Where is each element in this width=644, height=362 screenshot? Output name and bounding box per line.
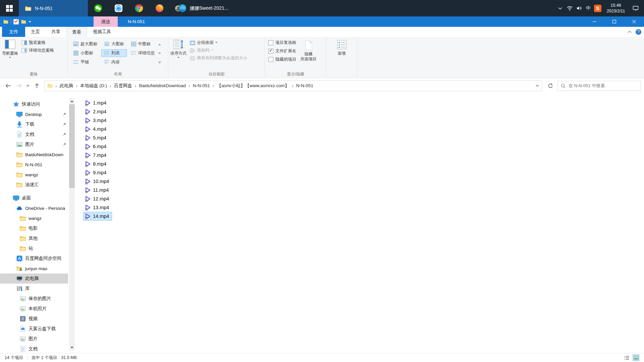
sidebar-item[interactable]: 桌面 [0, 193, 68, 203]
file-item[interactable]: MP411.mp4 [83, 186, 112, 194]
file-item[interactable]: MP44.mp4 [83, 125, 109, 133]
file-item[interactable]: MP412.mp4 [83, 194, 112, 203]
layout-view-button[interactable]: 列表 [101, 49, 127, 57]
file-item[interactable]: MP48.mp4 [83, 160, 109, 168]
ribbon-tab[interactable]: 视频工具 [87, 27, 117, 37]
ime-indicator[interactable]: 中 [584, 5, 593, 11]
file-item[interactable]: MP43.mp4 [83, 116, 109, 125]
minimize-button[interactable] [585, 16, 604, 27]
sidebar-item[interactable]: junjun mao [0, 263, 68, 274]
sidebar-item[interactable]: 本机照片 [0, 304, 68, 314]
file-item[interactable]: MP49.mp4 [83, 168, 109, 177]
properties-check-icon[interactable] [13, 19, 19, 24]
details-pane-button[interactable]: 详细信息窗格 [21, 48, 54, 53]
layout-view-button[interactable]: 超大图标 [70, 40, 100, 48]
help-icon[interactable]: ? [636, 29, 641, 35]
address-dropdown-icon[interactable] [533, 84, 539, 87]
size-columns-button[interactable]: 将所有列调整为合适的大小 [190, 55, 247, 61]
breadcrumb-item[interactable]: ›N-N-051 [289, 83, 313, 89]
taskbar-app[interactable] [129, 0, 149, 16]
layout-view-button[interactable]: 中图标 [128, 40, 158, 48]
show-hide-checkbox[interactable]: 隐藏的项目 [268, 57, 297, 62]
ribbon-tab[interactable]: 共享 [46, 27, 66, 37]
sidebar-item[interactable]: 文档 [0, 344, 68, 353]
scroll-down-icon[interactable] [158, 52, 161, 54]
breadcrumb-item[interactable]: ›【asmr小站】【www.asmrxz.com】 [210, 83, 289, 89]
more-views-icon[interactable] [158, 61, 161, 64]
scrollbar-down-icon[interactable] [69, 345, 75, 350]
taskbar-app[interactable] [108, 0, 129, 16]
collapse-ribbon-icon[interactable] [628, 31, 632, 33]
tab-file[interactable]: 文件 [2, 27, 25, 37]
start-button[interactable] [0, 0, 19, 16]
scrollbar-up-icon[interactable] [69, 99, 75, 104]
sidebar-item[interactable]: 天翼云盘下载 [0, 324, 68, 334]
taskbar-edge-task[interactable]: 娜娜Sweet-2021... [170, 0, 233, 16]
file-item[interactable]: MP42.mp4 [83, 107, 109, 116]
file-item[interactable]: MP413.mp4 [83, 203, 112, 212]
preview-pane-button[interactable]: 预览窗格 [21, 40, 54, 46]
hide-selected-button[interactable]: 隐藏 所选项目 [299, 38, 319, 71]
sidebar-item[interactable]: 库 [0, 284, 68, 294]
sidebar-item[interactable]: BaiduNetdiskDown [0, 149, 68, 160]
sidebar-item[interactable]: 视频 [0, 314, 68, 324]
action-center-icon[interactable] [629, 5, 642, 11]
taskbar-app[interactable] [149, 0, 170, 16]
breadcrumb-item[interactable]: ›百度网盘 [107, 83, 132, 89]
folder-icon[interactable] [3, 19, 8, 24]
recent-locations-icon[interactable] [25, 81, 31, 90]
file-item[interactable]: MP414.mp4 [83, 212, 112, 221]
sidebar-item[interactable]: 电影 [0, 223, 68, 233]
tray-chevron-icon[interactable] [555, 7, 565, 10]
sogou-icon[interactable]: S [593, 5, 602, 12]
up-button[interactable] [32, 81, 42, 90]
customize-toolbar-caret-icon[interactable] [29, 21, 31, 24]
breadcrumb-bar[interactable]: ›此电脑›本地磁盘 (D:)›百度网盘›BaiduNetdiskDownload… [44, 80, 542, 91]
sidebar-item[interactable]: 站 [0, 243, 68, 253]
navigation-pane-button[interactable]: 导航窗格 [0, 38, 20, 71]
sidebar-item[interactable]: 此电脑 [0, 274, 68, 284]
sidebar-item[interactable]: OneDrive - Persona [0, 203, 68, 213]
taskbar-active-task[interactable]: N-N-051 [19, 0, 88, 16]
layout-view-button[interactable]: 小图标 [70, 49, 100, 57]
sidebar-item[interactable]: 文档 [0, 129, 68, 139]
layout-view-button[interactable]: 平铺 [70, 58, 100, 66]
sidebar-item[interactable]: 快速访问 [0, 99, 68, 109]
sidebar-item[interactable]: 下载 [0, 119, 68, 129]
taskbar-app[interactable] [88, 0, 108, 16]
layout-view-button[interactable]: 大图标 [101, 40, 127, 48]
sidebar-item[interactable]: N-N-051 [0, 160, 68, 170]
sort-by-button[interactable]: 排序方式 [168, 38, 189, 71]
new-folder-icon[interactable] [21, 19, 26, 24]
sidebar-item[interactable]: wangz [0, 213, 68, 223]
search-input[interactable] [568, 83, 637, 88]
contextual-tab-play[interactable]: 播放 [94, 16, 118, 27]
sidebar-item[interactable]: 保存的图片 [0, 294, 68, 304]
add-columns-button[interactable]: 添加列 [190, 48, 247, 53]
ribbon-tab[interactable]: 查看 [66, 27, 87, 37]
layout-view-button[interactable]: 详细信息 [128, 49, 158, 57]
show-hide-checkbox[interactable]: 文件扩展名 [268, 48, 297, 54]
sidebar-item[interactable]: 油迷汇 [0, 180, 68, 190]
details-view-icon[interactable] [623, 354, 630, 361]
sidebar-item[interactable]: Desktop [0, 109, 68, 119]
wifi-icon[interactable] [565, 5, 574, 11]
sidebar-item[interactable]: wangz [0, 170, 68, 180]
scrollbar-thumb[interactable] [69, 104, 75, 188]
breadcrumb-item[interactable]: ›此电脑 [53, 83, 73, 89]
file-item[interactable]: MP41.mp4 [83, 99, 109, 107]
breadcrumb-item[interactable]: ›本地磁盘 (D:) [73, 83, 107, 89]
file-item[interactable]: MP46.mp4 [83, 142, 109, 151]
thumbnail-view-icon[interactable] [633, 354, 639, 361]
sidebar-item[interactable]: 图片 [0, 139, 68, 149]
breadcrumb-item[interactable]: ›BaiduNetdiskDownload [132, 83, 186, 89]
group-by-button[interactable]: 分组依据 [190, 40, 247, 46]
back-button[interactable] [3, 81, 13, 90]
options-button[interactable]: 选项 [334, 38, 349, 71]
search-box[interactable] [557, 81, 641, 91]
layout-view-button[interactable]: 内容 [101, 58, 127, 66]
sidebar-item[interactable]: 图片 [0, 334, 68, 344]
refresh-icon[interactable] [545, 81, 556, 90]
sidebar-item[interactable]: 其他 [0, 233, 68, 243]
show-hide-checkbox[interactable]: 项目复选框 [268, 40, 297, 46]
